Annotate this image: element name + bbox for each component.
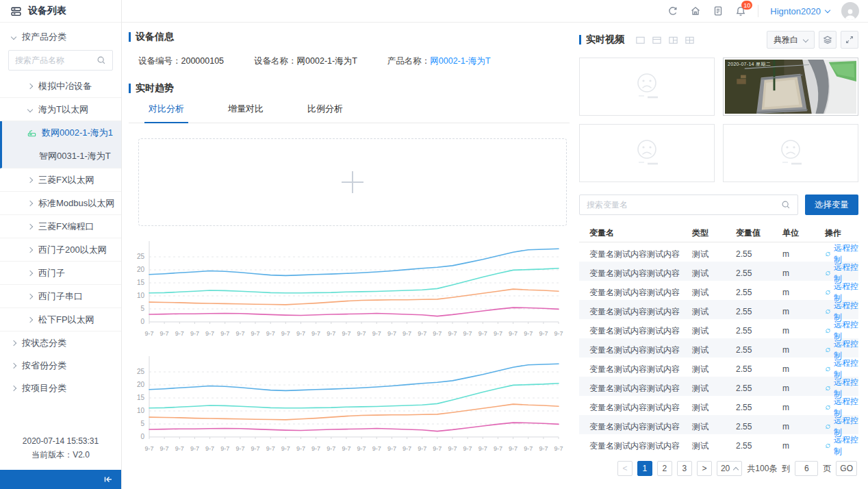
- svg-text:10: 10: [137, 292, 145, 299]
- page-size-select[interactable]: 20: [717, 461, 742, 476]
- tree-product-item[interactable]: 三菱FX编程口: [0, 215, 121, 238]
- document-icon[interactable]: [713, 5, 724, 16]
- tab-ratio-analysis[interactable]: 比例分析: [307, 103, 343, 123]
- remote-control-icon: [825, 288, 831, 297]
- col-variable-name: 变量名: [589, 227, 692, 239]
- cell-type: 测试: [692, 344, 736, 356]
- remote-control-link[interactable]: 远程控制: [825, 434, 858, 457]
- page-button-2[interactable]: 2: [657, 461, 672, 476]
- tree-category[interactable]: 按状态分类: [0, 331, 121, 354]
- product-search-input[interactable]: [15, 55, 92, 65]
- cell-unit: m: [782, 307, 825, 316]
- video-slot-live-feed[interactable]: 2020-07-14 星期二: [723, 58, 858, 116]
- cell-unit: m: [782, 345, 825, 355]
- video-slot-empty-2[interactable]: [579, 124, 715, 182]
- video-slot-empty-1[interactable]: [579, 58, 715, 116]
- remote-control-icon: [825, 365, 831, 373]
- cell-type: 测试: [692, 306, 736, 318]
- cell-value: 2.55: [736, 384, 782, 393]
- tab-increment-compare[interactable]: 增量对比: [228, 103, 264, 123]
- layout-single-icon[interactable]: [635, 35, 646, 45]
- next-page-button[interactable]: >: [697, 461, 712, 476]
- tree-category[interactable]: 按产品分类: [0, 25, 121, 48]
- tree-product-item[interactable]: 标准Modbus以太网: [0, 192, 121, 215]
- prev-page-button[interactable]: <: [617, 461, 633, 476]
- variable-search-input[interactable]: [587, 200, 776, 210]
- tree-product-item[interactable]: 西门子串口: [0, 285, 121, 308]
- page-button-1[interactable]: 1: [637, 461, 652, 476]
- video-and-variables-panel: 实时视频 典雅白: [579, 31, 858, 489]
- notification-bell-icon[interactable]: 10: [735, 5, 746, 16]
- product-name-link[interactable]: 网0002-1-海为T: [430, 56, 490, 66]
- svg-text:9-7: 9-7: [190, 445, 199, 452]
- svg-text:9-7: 9-7: [539, 445, 548, 452]
- cell-value: 2.55: [736, 345, 782, 355]
- svg-text:9-7: 9-7: [342, 330, 350, 337]
- svg-text:9-7: 9-7: [403, 445, 411, 452]
- cell-type: 测试: [692, 325, 736, 337]
- tree-device-selected[interactable]: 数网0002-1-海为1: [2, 121, 121, 145]
- layout-two-split-icon[interactable]: [652, 35, 662, 45]
- tree-product-item[interactable]: 松下FP以太网: [0, 308, 121, 331]
- tree-product-item[interactable]: 模拟中冶设备: [0, 75, 121, 98]
- tree-category[interactable]: 按项目分类: [0, 377, 121, 399]
- title-accent-bar: [579, 35, 581, 45]
- table-row: 变量名测试内容测试内容测试2.55m远程控制: [579, 396, 858, 415]
- svg-text:25: 25: [137, 253, 145, 260]
- tree-label: 西门子串口: [38, 290, 83, 303]
- svg-text:9-7: 9-7: [266, 445, 275, 452]
- chevron-right-icon: [27, 200, 33, 205]
- user-menu[interactable]: Hignton2020: [770, 6, 830, 16]
- tab-compare-analysis[interactable]: 对比分析: [149, 103, 184, 123]
- tree-label: 松下FP以太网: [38, 314, 94, 326]
- home-icon[interactable]: [690, 5, 701, 16]
- cell-type: 测试: [692, 364, 736, 375]
- search-icon[interactable]: [781, 200, 791, 210]
- col-value: 变量值: [736, 227, 782, 239]
- current-time: 2020-07-14 15:53:31: [0, 434, 121, 448]
- table-row: 变量名测试内容测试内容测试2.55m远程控制: [579, 358, 858, 377]
- tree-category[interactable]: 按省份分类: [0, 354, 121, 377]
- avatar[interactable]: [841, 2, 859, 20]
- layers-button[interactable]: [819, 31, 837, 49]
- search-icon[interactable]: [97, 55, 106, 65]
- svg-text:9-7: 9-7: [220, 445, 229, 452]
- add-chart-placeholder[interactable]: [138, 138, 567, 226]
- refresh-icon[interactable]: [667, 5, 678, 16]
- tree-label: 三菱FX编程口: [38, 221, 94, 233]
- layout-four-grid-icon[interactable]: [685, 35, 695, 45]
- fullscreen-expand-button[interactable]: [841, 31, 858, 49]
- cell-unit: m: [782, 288, 825, 297]
- svg-text:9-7: 9-7: [403, 330, 411, 337]
- tree-product-item[interactable]: 西门子: [0, 262, 121, 285]
- device-online-icon: [27, 128, 37, 138]
- video-slot-empty-3[interactable]: [723, 124, 858, 182]
- cell-unit: m: [782, 268, 825, 278]
- remote-control-label: 远程控制: [834, 434, 858, 457]
- title-accent-bar: [129, 32, 131, 42]
- svg-text:9-7: 9-7: [327, 445, 335, 452]
- tree-label: 西门子200以太网: [38, 244, 107, 256]
- jump-page-input[interactable]: [795, 461, 818, 476]
- tree-label: 按状态分类: [22, 337, 66, 349]
- tree-product-item[interactable]: 西门子200以太网: [0, 238, 121, 262]
- page-button-3[interactable]: 3: [677, 461, 692, 476]
- tree-product-item[interactable]: 三菱FX以太网: [0, 168, 121, 192]
- remote-control-icon: [825, 346, 831, 354]
- main-area: 10 Hignton2020 设备信息 设备编号：200000105 设备名称：…: [122, 0, 868, 489]
- product-name-label: 产品名称：: [387, 56, 431, 66]
- svg-text:9-7: 9-7: [281, 445, 290, 452]
- tree-product-item[interactable]: 海为T以太网: [0, 98, 121, 121]
- tree-device[interactable]: 智网0031-1-海为T: [2, 145, 121, 168]
- layout-three-split-icon[interactable]: [668, 35, 678, 45]
- title-accent-bar: [129, 84, 131, 93]
- svg-text:9-7: 9-7: [554, 330, 563, 337]
- tree-label: 按项目分类: [22, 382, 66, 394]
- device-name-label: 设备名称：: [254, 56, 297, 66]
- variable-search-row: 选择变量: [579, 195, 858, 215]
- go-button[interactable]: GO: [836, 461, 857, 476]
- select-variable-button[interactable]: 选择变量: [805, 195, 858, 215]
- theme-select[interactable]: 典雅白: [767, 31, 815, 49]
- cell-type: 测试: [692, 440, 736, 452]
- collapse-sidebar-icon[interactable]: [103, 474, 114, 485]
